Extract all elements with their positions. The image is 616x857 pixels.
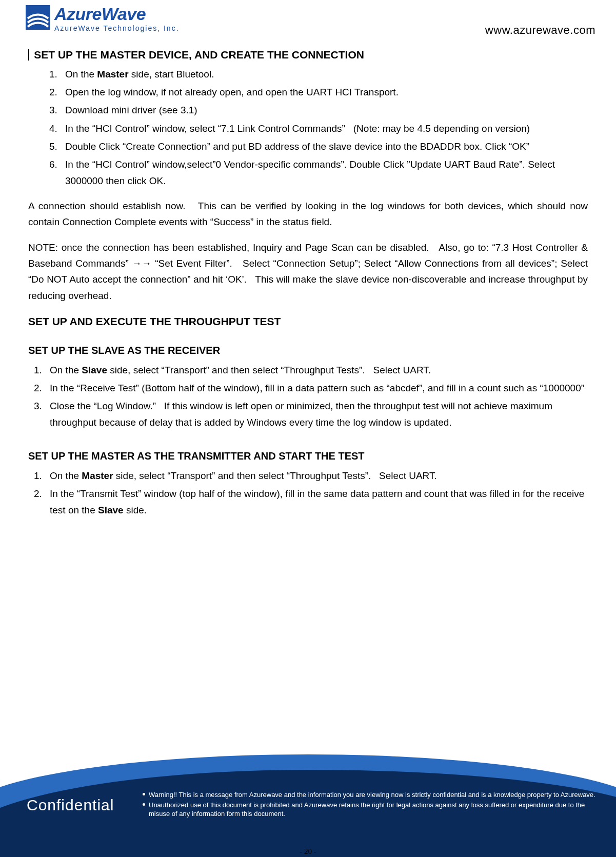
step-text: On the bbox=[65, 69, 97, 79]
page-header: AzureWave AzureWave Technologies, Inc. w… bbox=[0, 0, 616, 41]
brand-text: AzureWave AzureWave Technologies, Inc. bbox=[54, 5, 180, 32]
section-heading-master-setup: SET UP THE MASTER DEVICE, AND CREATE THE… bbox=[34, 49, 364, 61]
list-item: Download mini driver (see 3.1) bbox=[60, 102, 588, 118]
list-item: In the “HCI Control” window,select”0 Ven… bbox=[60, 156, 588, 189]
bullet-icon bbox=[143, 793, 145, 795]
brand-subtitle: AzureWave Technologies, Inc. bbox=[54, 25, 180, 32]
subsection-heading-master-transmitter: SET UP THE MASTER AS THE TRANSMITTER AND… bbox=[28, 448, 588, 465]
list-item: In the “Transmit Test” window (top half … bbox=[45, 486, 588, 518]
warning-text: Unauthorized use of this document is pro… bbox=[149, 801, 585, 818]
slave-receiver-steps: On the Slave side, select “Transport” an… bbox=[28, 362, 588, 430]
list-item: On the Master side, start Bluetool. bbox=[60, 66, 588, 82]
master-transmitter-steps: On the Master side, select “Transport” a… bbox=[28, 468, 588, 518]
step-emphasis: Master bbox=[97, 69, 128, 79]
list-item: In the “Receive Test” (Bottom half of th… bbox=[45, 380, 588, 396]
step-emphasis: Master bbox=[82, 470, 113, 481]
footer-tagline: Inspired by wireless bbox=[12, 743, 121, 764]
step-text: side, select “Transport” and then select… bbox=[107, 365, 431, 375]
wave-icon bbox=[26, 5, 50, 30]
brand-title: AzureWave bbox=[54, 5, 180, 23]
step-text: side, start Bluetool. bbox=[129, 69, 214, 79]
page-footer: Inspired by wireless Confidential Warnin… bbox=[0, 739, 616, 857]
list-item: Double Click “Create Connection” and put… bbox=[60, 138, 588, 154]
footer-warnings: Warning!! This is a message from Azurewa… bbox=[143, 790, 595, 820]
list-item: Open the log window, if not already open… bbox=[60, 84, 588, 100]
list-item: In the “HCI Control” window, select “7.1… bbox=[60, 121, 588, 136]
step-text: side, select “Transport” and then select… bbox=[113, 470, 437, 481]
section-heading-throughput: SET UP AND EXECUTE THE THROUGHPUT TEST bbox=[28, 313, 588, 331]
page-number: - 20 - bbox=[0, 847, 616, 856]
step-emphasis: Slave bbox=[98, 505, 124, 515]
step-text: On the bbox=[50, 365, 82, 375]
bullet-icon bbox=[143, 803, 145, 806]
site-url: www.azurewave.com bbox=[485, 24, 595, 37]
step-emphasis: Slave bbox=[82, 365, 107, 375]
subsection-heading-slave-receiver: SET UP THE SLAVE AS THE RECEIVER bbox=[28, 342, 588, 359]
paragraph-note: NOTE: once the connection has been estab… bbox=[28, 240, 588, 304]
warning-line: Warning!! This is a message from Azurewa… bbox=[143, 790, 595, 800]
text-cursor-icon bbox=[28, 49, 29, 61]
warning-line: Unauthorized use of this document is pro… bbox=[143, 801, 595, 819]
paragraph: A connection should establish now. This … bbox=[28, 198, 588, 230]
warning-text: Warning!! This is a message from Azurewa… bbox=[149, 791, 595, 799]
list-item: On the Master side, select “Transport” a… bbox=[45, 468, 588, 484]
list-item: Close the “Log Window.” If this window i… bbox=[45, 398, 588, 430]
document-body: SET UP THE MASTER DEVICE, AND CREATE THE… bbox=[0, 41, 616, 518]
list-item: On the Slave side, select “Transport” an… bbox=[45, 362, 588, 378]
master-setup-steps: On the Master side, start Bluetool. Open… bbox=[28, 66, 588, 189]
step-text: side. bbox=[124, 505, 147, 515]
confidential-label: Confidential bbox=[27, 796, 114, 814]
step-text: On the bbox=[50, 470, 82, 481]
